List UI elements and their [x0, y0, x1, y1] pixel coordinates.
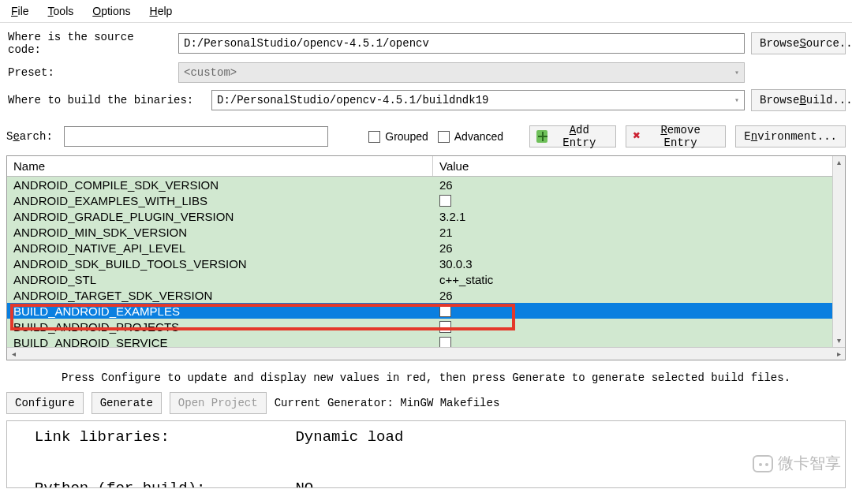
- cell-name: ANDROID_SDK_BUILD_TOOLS_VERSION: [7, 257, 433, 271]
- configure-button[interactable]: Configure: [6, 392, 84, 414]
- source-label: Where is the source code:: [6, 31, 172, 56]
- table-row[interactable]: ANDROID_GRADLE_PLUGIN_VERSION3.2.1: [7, 208, 845, 224]
- x-icon: ✖: [633, 130, 641, 143]
- cell-name: ANDROID_COMPILE_SDK_VERSION: [7, 178, 433, 192]
- hint-text: Press Configure to update and display ne…: [0, 360, 852, 392]
- checkbox-icon[interactable]: [439, 195, 451, 207]
- checkbox-icon: [438, 131, 450, 143]
- build-combo[interactable]: D:/PersonalStudio/opencv-4.5.1/buildndk1…: [211, 90, 745, 110]
- table-header: Name Value: [7, 156, 845, 177]
- browse-build-button[interactable]: Browse Build...: [751, 89, 846, 111]
- cell-name: ANDROID_STL: [7, 273, 433, 286]
- generator-label: Current Generator: MinGW Makefiles: [275, 397, 500, 409]
- table-row[interactable]: ANDROID_MIN_SDK_VERSION21: [7, 224, 845, 240]
- search-label: Search:: [6, 130, 53, 143]
- source-input[interactable]: [178, 33, 745, 54]
- browse-source-button[interactable]: Browse Source...: [751, 32, 846, 54]
- column-value[interactable]: Value: [433, 156, 845, 176]
- cell-value[interactable]: [433, 195, 845, 207]
- table-row[interactable]: ANDROID_TARGET_SDK_VERSION26: [7, 287, 845, 303]
- cell-name: BUILD_ANDROID_PROJECTS: [7, 320, 433, 334]
- horizontal-scrollbar[interactable]: ◂▸: [7, 347, 845, 360]
- menu-tools[interactable]: Tools: [48, 5, 74, 17]
- add-entry-button[interactable]: Add Entry: [529, 125, 616, 147]
- build-label: Where to build the binaries:: [6, 94, 205, 106]
- menu-file[interactable]: File: [11, 5, 29, 17]
- grouped-checkbox[interactable]: Grouped: [368, 130, 428, 143]
- menu-bar: File Tools Options Help: [0, 0, 852, 23]
- cell-value[interactable]: c++_static: [433, 273, 845, 286]
- cell-name: ANDROID_TARGET_SDK_VERSION: [7, 289, 433, 302]
- cell-value[interactable]: 26: [433, 289, 845, 302]
- checkbox-icon: [368, 131, 380, 143]
- remove-entry-button[interactable]: ✖ Remove Entry: [626, 125, 726, 147]
- table-row[interactable]: ANDROID_COMPILE_SDK_VERSION26: [7, 177, 845, 192]
- cell-name: ANDROID_MIN_SDK_VERSION: [7, 226, 433, 239]
- table-row[interactable]: ANDROID_SDK_BUILD_TOOLS_VERSION30.0.3: [7, 256, 845, 271]
- table-row[interactable]: ANDROID_STLc++_static: [7, 271, 845, 287]
- vertical-scrollbar[interactable]: ▴▾: [832, 156, 845, 347]
- table-row[interactable]: ANDROID_NATIVE_API_LEVEL26: [7, 240, 845, 256]
- watermark: 微卡智享: [753, 453, 841, 474]
- table-row[interactable]: BUILD_ANDROID_PROJECTS: [7, 319, 845, 334]
- cell-value[interactable]: 26: [433, 178, 845, 192]
- menu-help[interactable]: Help: [150, 5, 173, 17]
- search-input[interactable]: [64, 126, 328, 147]
- plus-icon: [536, 130, 547, 143]
- environment-button[interactable]: Environment...: [735, 125, 846, 147]
- cell-value[interactable]: 3.2.1: [433, 210, 845, 223]
- cell-name: ANDROID_GRADLE_PLUGIN_VERSION: [7, 210, 433, 223]
- cell-value[interactable]: [433, 321, 845, 333]
- cell-name: ANDROID_NATIVE_API_LEVEL: [7, 241, 433, 255]
- cell-value[interactable]: 30.0.3: [433, 257, 845, 271]
- open-project-button: Open Project: [170, 392, 267, 414]
- checkbox-icon[interactable]: [439, 321, 451, 333]
- menu-options[interactable]: Options: [92, 5, 130, 17]
- column-name[interactable]: Name: [7, 156, 433, 176]
- chevron-down-icon: ▾: [734, 95, 739, 105]
- cache-table: Name Value ANDROID_COMPILE_SDK_VERSION26…: [6, 155, 846, 360]
- preset-label: Preset:: [6, 66, 172, 79]
- cell-name: BUILD_ANDROID_EXAMPLES: [7, 304, 433, 318]
- cell-value[interactable]: 26: [433, 241, 845, 255]
- preset-combo[interactable]: <custom>▾: [178, 62, 745, 83]
- cell-name: ANDROID_EXAMPLES_WITH_LIBS: [7, 194, 433, 207]
- table-row[interactable]: ANDROID_EXAMPLES_WITH_LIBS: [7, 192, 845, 208]
- cell-value[interactable]: [433, 305, 845, 317]
- advanced-checkbox[interactable]: Advanced: [438, 130, 503, 143]
- table-row[interactable]: BUILD_ANDROID_EXAMPLES: [7, 303, 845, 319]
- output-log[interactable]: Link libraries: Dynamic load Python (for…: [6, 420, 846, 488]
- generate-button[interactable]: Generate: [92, 392, 162, 414]
- chat-icon: [753, 455, 773, 472]
- cell-value[interactable]: 21: [433, 226, 845, 239]
- checkbox-icon[interactable]: [439, 305, 451, 317]
- chevron-down-icon: ▾: [734, 68, 739, 77]
